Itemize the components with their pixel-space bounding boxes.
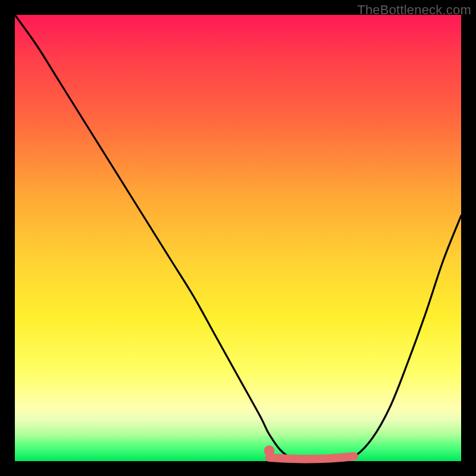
floor-start-dot: [264, 446, 275, 456]
curve-layer: [15, 15, 461, 461]
bottleneck-curve: [15, 15, 461, 462]
floor-segment: [270, 456, 355, 459]
chart-frame: TheBottleneck.com: [0, 0, 476, 476]
watermark-text: TheBottleneck.com: [357, 2, 471, 18]
